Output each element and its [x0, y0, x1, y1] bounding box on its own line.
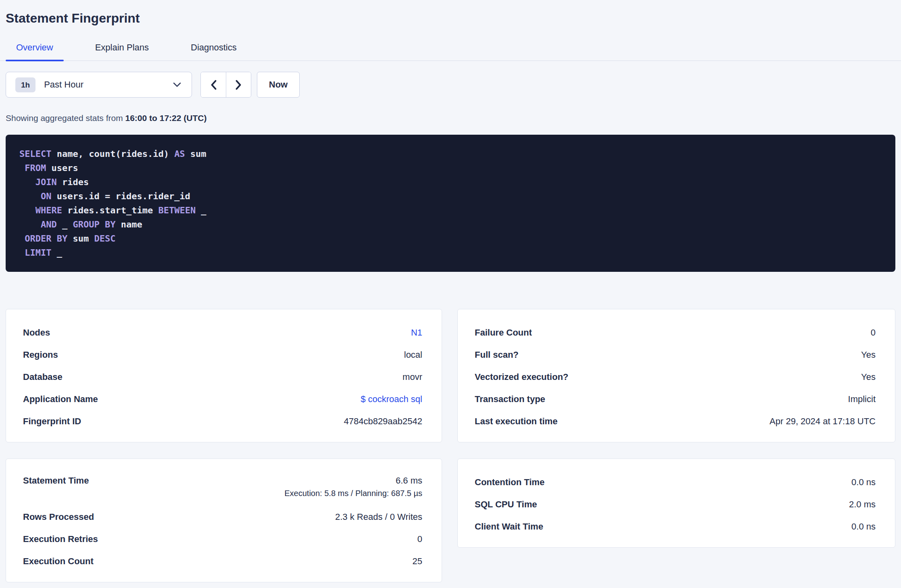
- kv-value: Apr 29, 2024 at 17:18 UTC: [770, 416, 876, 427]
- kv-row: Databasemovr: [23, 366, 422, 388]
- sql-line: AND _ GROUP BY name: [19, 217, 882, 231]
- kv-label: Rows Processed: [23, 512, 94, 522]
- kv-row: Fingerprint ID4784cb829aab2542: [23, 410, 422, 432]
- kv-value: 25: [413, 556, 422, 567]
- kv-label: Last execution time: [475, 416, 557, 427]
- kv-link[interactable]: N1: [411, 327, 422, 338]
- kv-row: SQL CPU Time2.0 ms: [475, 493, 876, 515]
- statement-fingerprint-page: Statement Fingerprint Overview Explain P…: [0, 0, 901, 588]
- chevron-right-icon: [235, 79, 242, 90]
- sql-line: FROM users: [19, 161, 882, 175]
- kv-row: Execution Retries0: [23, 528, 422, 550]
- kv-row: Failure Count0: [475, 321, 876, 344]
- sql-line: WHERE rides.start_time BETWEEN _: [19, 203, 882, 217]
- aggregated-stats-text: Showing aggregated stats from 16:00 to 1…: [6, 113, 895, 123]
- timing-card-right: Contention Time0.0 nsSQL CPU Time2.0 msC…: [457, 459, 895, 548]
- kv-label: Regions: [23, 350, 58, 360]
- cards-grid: NodesN1RegionslocalDatabasemovrApplicati…: [6, 309, 895, 582]
- kv-row: Contention Time0.0 ns: [475, 471, 876, 493]
- kv-label: Fingerprint ID: [23, 416, 81, 427]
- sql-line: ORDER BY sum DESC: [19, 231, 882, 246]
- kv-value: 0.0 ns: [851, 521, 876, 532]
- kv-label: SQL CPU Time: [475, 499, 537, 510]
- time-range-dropdown[interactable]: 1h Past Hour: [6, 72, 192, 98]
- page-title: Statement Fingerprint: [0, 0, 901, 26]
- tab-diagnostics[interactable]: Diagnostics: [180, 42, 247, 60]
- kv-label: Failure Count: [475, 327, 532, 338]
- sql-line: SELECT name, count(rides.id) AS sum: [19, 147, 882, 161]
- kv-value: 4784cb829aab2542: [344, 416, 422, 427]
- now-button[interactable]: Now: [257, 72, 300, 98]
- kv-value: local: [404, 350, 422, 360]
- tab-overview[interactable]: Overview: [6, 42, 64, 60]
- kv-label: Statement Time: [23, 475, 89, 486]
- summary-card-left: NodesN1RegionslocalDatabasemovrApplicati…: [6, 309, 442, 442]
- next-time-button[interactable]: [226, 72, 251, 97]
- summary-card-right: Failure Count0Full scan?YesVectorized ex…: [457, 309, 895, 442]
- sql-line: LIMIT _: [19, 246, 882, 260]
- kv-value: Yes: [861, 372, 876, 382]
- kv-row: Rows Processed2.3 k Reads / 0 Writes: [23, 506, 422, 528]
- kv-label: Execution Retries: [23, 534, 98, 544]
- previous-time-button[interactable]: [201, 72, 226, 97]
- sql-statement-box: SELECT name, count(rides.id) AS sum FROM…: [6, 135, 895, 272]
- kv-row: Statement Time6.6 msExecution: 5.8 ms / …: [23, 471, 422, 506]
- time-controls: 1h Past Hour Now: [6, 72, 895, 98]
- kv-row: NodesN1: [23, 321, 422, 344]
- kv-value: 2.0 ms: [849, 499, 876, 510]
- kv-label: Nodes: [23, 327, 50, 338]
- kv-label: Execution Count: [23, 556, 94, 567]
- kv-label: Transaction type: [475, 394, 545, 405]
- aggregated-stats-range: 16:00 to 17:22 (UTC): [125, 113, 207, 123]
- kv-value: 0: [871, 327, 876, 338]
- kv-row: Application Name$ cockroach sql: [23, 388, 422, 410]
- kv-row: Execution Count25: [23, 550, 422, 572]
- time-step-button-group: [200, 72, 251, 98]
- kv-value: 2.3 k Reads / 0 Writes: [335, 512, 422, 522]
- sql-line: JOIN rides: [19, 175, 882, 189]
- kv-label: Full scan?: [475, 350, 519, 360]
- kv-value: 0: [417, 534, 422, 544]
- tab-bar: Overview Explain Plans Diagnostics: [0, 42, 901, 61]
- chevron-left-icon: [210, 79, 217, 90]
- kv-row: Full scan?Yes: [475, 344, 876, 366]
- kv-label: Application Name: [23, 394, 98, 405]
- kv-row: Last execution timeApr 29, 2024 at 17:18…: [475, 410, 876, 432]
- timing-card-left: Statement Time6.6 msExecution: 5.8 ms / …: [6, 459, 442, 582]
- tab-explain-plans[interactable]: Explain Plans: [85, 42, 159, 60]
- kv-label: Vectorized execution?: [475, 372, 568, 382]
- kv-sub-value: Execution: 5.8 ms / Planning: 687.5 µs: [284, 489, 422, 498]
- chevron-down-icon: [173, 82, 181, 87]
- kv-label: Contention Time: [475, 477, 544, 488]
- kv-row: Transaction typeImplicit: [475, 388, 876, 410]
- kv-row: Vectorized execution?Yes: [475, 366, 876, 388]
- kv-value-group: 6.6 msExecution: 5.8 ms / Planning: 687.…: [284, 475, 422, 498]
- kv-row: Client Wait Time0.0 ns: [475, 515, 876, 538]
- kv-link[interactable]: $ cockroach sql: [361, 394, 422, 405]
- kv-value: 0.0 ns: [851, 477, 876, 488]
- kv-value: 6.6 ms: [396, 475, 422, 486]
- kv-value: movr: [403, 372, 422, 382]
- sql-line: ON users.id = rides.rider_id: [19, 189, 882, 203]
- kv-row: Regionslocal: [23, 344, 422, 366]
- kv-label: Database: [23, 372, 63, 382]
- kv-label: Client Wait Time: [475, 521, 543, 532]
- kv-value: Implicit: [848, 394, 876, 405]
- time-range-badge: 1h: [15, 77, 35, 92]
- kv-value: Yes: [861, 350, 876, 360]
- aggregated-stats-prefix: Showing aggregated stats from: [6, 113, 125, 123]
- time-range-label: Past Hour: [44, 79, 173, 90]
